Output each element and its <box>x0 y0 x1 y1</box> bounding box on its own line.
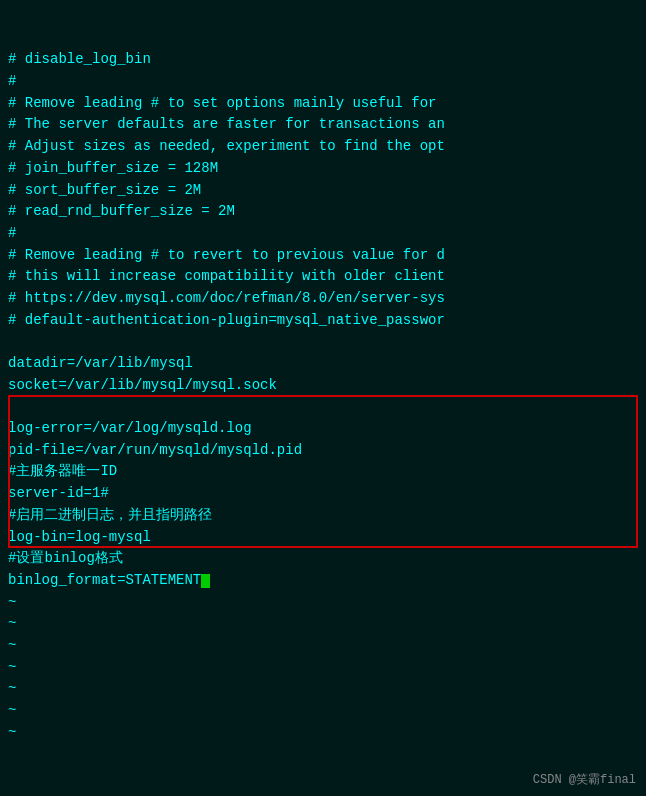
code-line: # <box>8 71 638 93</box>
code-line: # disable_log_bin <box>8 49 638 71</box>
code-line: ~ <box>8 700 638 722</box>
code-area: # disable_log_bin## Remove leading # to … <box>0 0 646 749</box>
code-line: socket=/var/lib/mysql/mysql.sock <box>8 375 638 397</box>
code-line: ~ <box>8 657 638 679</box>
code-line <box>8 331 638 353</box>
watermark: CSDN @笑霸final <box>533 771 636 788</box>
cursor <box>201 574 210 588</box>
code-line: # Remove leading # to revert to previous… <box>8 245 638 267</box>
code-line: pid-file=/var/run/mysqld/mysqld.pid <box>8 440 638 462</box>
editor-container: # disable_log_bin## Remove leading # to … <box>0 0 646 796</box>
code-line: log-error=/var/log/mysqld.log <box>8 418 638 440</box>
code-line: datadir=/var/lib/mysql <box>8 353 638 375</box>
code-line: # https://dev.mysql.com/doc/refman/8.0/e… <box>8 288 638 310</box>
code-line: # this will increase compatibility with … <box>8 266 638 288</box>
code-line: # sort_buffer_size = 2M <box>8 180 638 202</box>
code-line: # read_rnd_buffer_size = 2M <box>8 201 638 223</box>
code-line: log-bin=log-mysql <box>8 527 638 549</box>
code-line: # Remove leading # to set options mainly… <box>8 93 638 115</box>
code-line: ~ <box>8 678 638 700</box>
code-line: #启用二进制日志，并且指明路径 <box>8 505 638 527</box>
code-line: # Adjust sizes as needed, experiment to … <box>8 136 638 158</box>
code-line: #主服务器唯一ID <box>8 461 638 483</box>
code-line: # <box>8 223 638 245</box>
code-line: ~ <box>8 613 638 635</box>
code-line: ~ <box>8 635 638 657</box>
code-line: ~ <box>8 722 638 744</box>
code-line: # join_buffer_size = 128M <box>8 158 638 180</box>
code-line: binlog_format=STATEMENT <box>8 570 638 592</box>
code-line: ~ <box>8 592 638 614</box>
code-line: server-id=1# <box>8 483 638 505</box>
code-line: # default-authentication-plugin=mysql_na… <box>8 310 638 332</box>
code-line: # The server defaults are faster for tra… <box>8 114 638 136</box>
code-line: #设置binlog格式 <box>8 548 638 570</box>
code-line <box>8 396 638 418</box>
